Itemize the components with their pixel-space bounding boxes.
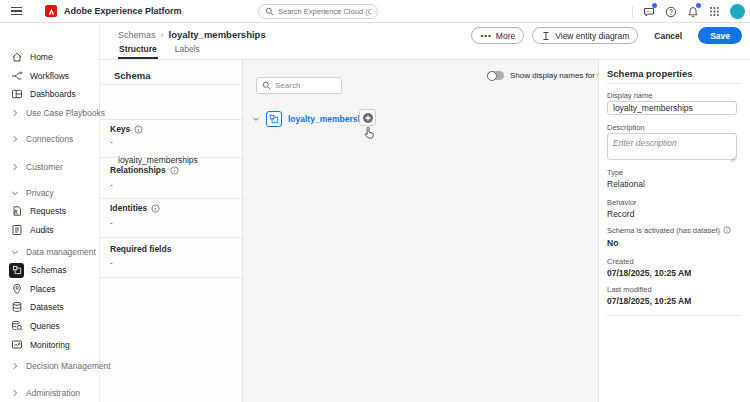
- sidebar-item-label: Queries: [30, 321, 60, 331]
- chevron-right-icon: [10, 161, 19, 174]
- info-icon[interactable]: [151, 204, 160, 213]
- section-empty-value: -: [110, 258, 113, 268]
- feedback-icon[interactable]: [642, 5, 655, 18]
- schema-node-icon: [266, 111, 282, 127]
- sidebar-group-decision-management[interactable]: Decision Management: [0, 357, 100, 375]
- page-title: loyalty_memberships: [169, 29, 266, 40]
- activated-value: No: [607, 238, 618, 248]
- type-value: Relational: [607, 179, 645, 189]
- search-icon: [265, 7, 274, 16]
- display-names-toggle[interactable]: [487, 71, 504, 80]
- page-header: Schemas › loyalty_memberships ••• More V…: [100, 23, 750, 60]
- notifications-bell-icon[interactable]: [686, 5, 699, 18]
- schema-composition-panel: Schema loyalty_memberships Keys - Relati…: [100, 60, 243, 402]
- view-entity-diagram-button[interactable]: View entity diagram: [532, 27, 638, 44]
- app-title: Adobe Experience Platform: [64, 6, 182, 16]
- sidebar-item-requests[interactable]: Requests: [0, 202, 100, 220]
- created-label: Created: [607, 257, 634, 266]
- sidebar-item-label: Audits: [30, 225, 54, 235]
- schema-properties-panel: Schema properties Display name Descripti…: [598, 60, 750, 402]
- home-icon: [10, 51, 23, 64]
- section-empty-value: -: [110, 180, 113, 190]
- sidebar-item-audits[interactable]: Audits: [0, 221, 100, 239]
- last-modified-label: Last modified: [607, 285, 652, 294]
- hamburger-menu-icon[interactable]: [11, 7, 22, 15]
- sidebar-item-workflows[interactable]: Workflows: [0, 67, 100, 85]
- info-icon[interactable]: [134, 125, 143, 134]
- sidebar-item-monitoring[interactable]: Monitoring: [0, 336, 100, 354]
- more-dots-icon: •••: [480, 31, 491, 40]
- divider: [632, 6, 633, 18]
- sidebar-item-label: Datasets: [30, 302, 64, 312]
- global-search-input[interactable]: [278, 7, 371, 16]
- view-entity-diagram-label: View entity diagram: [555, 31, 629, 41]
- schema-root-node: loyalty_memberships: [252, 110, 375, 127]
- field-search-input[interactable]: [275, 81, 336, 90]
- dashboards-icon: [10, 88, 23, 101]
- sidebar-item-label: Home: [30, 52, 53, 62]
- description-field[interactable]: [607, 133, 737, 160]
- chevron-down-icon: [10, 187, 19, 200]
- top-bar-actions: [632, 0, 745, 23]
- save-button-label: Save: [710, 31, 730, 41]
- created-value: 07/18/2025, 10:25 AM: [607, 268, 691, 278]
- tab-structure[interactable]: Structure: [118, 44, 158, 59]
- sidebar-group-customer[interactable]: Customer: [0, 158, 100, 176]
- sidebar-group-use-case-playbooks[interactable]: Use Case Playbooks: [0, 104, 100, 122]
- sidebar-item-label: Administration: [26, 388, 80, 398]
- display-name-field[interactable]: [607, 101, 737, 115]
- info-icon[interactable]: [723, 226, 732, 235]
- user-avatar[interactable]: [730, 4, 745, 19]
- activated-label: Schema is activated (has dataset): [607, 226, 720, 235]
- sidebar-item-label: Decision Management: [26, 361, 111, 371]
- divider: [100, 198, 242, 199]
- more-button[interactable]: ••• More: [471, 27, 524, 44]
- section-keys: Keys: [110, 124, 143, 134]
- workflows-icon: [10, 70, 23, 83]
- section-relationships: Relationships: [110, 165, 179, 175]
- entity-diagram-icon: [541, 31, 551, 41]
- app-switcher-grid-icon[interactable]: [708, 5, 721, 18]
- behavior-value: Record: [607, 209, 634, 219]
- adobe-experience-platform-app: Adobe Experience Platform: [0, 0, 750, 402]
- cursor-pointer-icon: [362, 126, 375, 142]
- chevron-right-icon: [10, 133, 19, 146]
- sidebar-item-queries[interactable]: Queries: [0, 317, 100, 335]
- sidebar-item-datasets[interactable]: Datasets: [0, 298, 100, 316]
- add-field-button[interactable]: [359, 109, 376, 126]
- sidebar-item-home[interactable]: Home: [0, 48, 100, 66]
- help-icon[interactable]: [664, 5, 677, 18]
- chevron-down-icon: [10, 246, 19, 259]
- tab-labels[interactable]: Labels: [174, 44, 201, 59]
- breadcrumb-schemas-link[interactable]: Schemas: [118, 30, 156, 40]
- sidebar-group-administration[interactable]: Administration: [0, 384, 100, 402]
- schema-panel-title: Schema: [114, 70, 150, 81]
- top-bar: Adobe Experience Platform: [0, 0, 750, 23]
- section-label: Identities: [110, 203, 147, 213]
- sidebar-group-data-management[interactable]: Data management: [0, 243, 100, 261]
- adobe-logo-icon[interactable]: [45, 5, 57, 17]
- sidebar-group-connections[interactable]: Connections: [0, 130, 100, 148]
- more-button-label: More: [496, 31, 515, 41]
- divider: [607, 315, 740, 316]
- sidebar-item-dashboards[interactable]: Dashboards: [0, 85, 100, 103]
- properties-panel-title: Schema properties: [607, 68, 693, 79]
- sidebar-item-label: Places: [30, 284, 56, 294]
- sidebar-item-label: Dashboards: [30, 89, 76, 99]
- save-button[interactable]: Save: [698, 27, 742, 44]
- chevron-right-icon: [10, 387, 19, 400]
- section-required-fields: Required fields: [110, 244, 171, 254]
- sidebar-item-label: Data management: [26, 247, 96, 257]
- sidebar-item-schemas[interactable]: Schemas: [0, 261, 100, 279]
- queries-icon: [10, 320, 23, 333]
- chevron-down-icon[interactable]: [252, 115, 260, 123]
- section-empty-value: -: [110, 218, 113, 228]
- field-search[interactable]: [256, 77, 342, 94]
- cancel-button[interactable]: Cancel: [646, 27, 690, 44]
- sidebar-group-privacy[interactable]: Privacy: [0, 184, 100, 202]
- sidebar-item-places[interactable]: Places: [0, 280, 100, 298]
- info-icon[interactable]: [170, 166, 179, 175]
- global-search[interactable]: [258, 4, 378, 19]
- chevron-right-icon: [10, 360, 19, 373]
- notification-dot: [652, 3, 657, 8]
